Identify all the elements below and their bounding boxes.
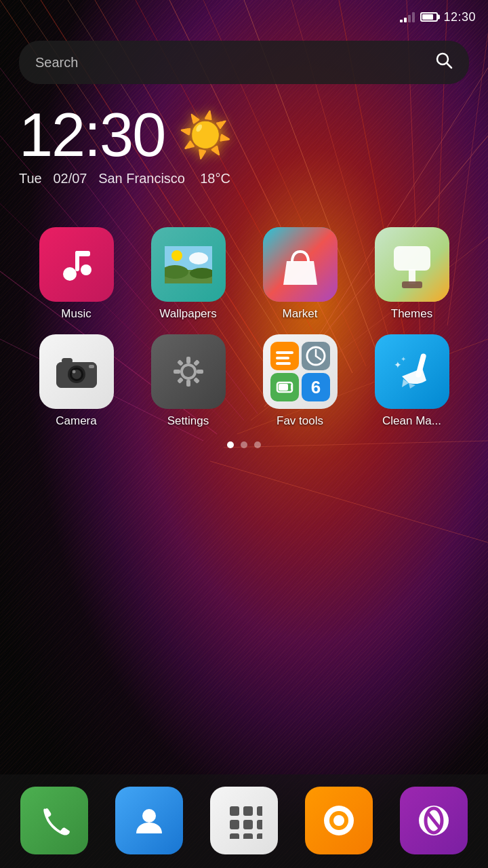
weather-info: Tue 02/07 San Francisco 18°C <box>19 171 469 186</box>
svg-rect-43 <box>402 281 422 288</box>
app-item-market[interactable]: Market <box>253 227 348 321</box>
search-bar[interactable]: Search <box>19 41 469 84</box>
page-dot-1[interactable] <box>227 441 234 448</box>
dock-opera-icon <box>400 787 468 854</box>
svg-rect-50 <box>62 358 73 363</box>
svg-rect-31 <box>75 251 90 256</box>
dock <box>0 774 488 868</box>
weather-day: Tue <box>19 171 42 186</box>
favtools-label: Fav tools <box>277 414 323 428</box>
wallpapers-label: Wallpapers <box>159 307 216 321</box>
favtools-icon: 6 <box>263 334 338 409</box>
search-icon[interactable] <box>435 52 453 73</box>
dock-item-messaging[interactable] <box>305 787 373 854</box>
app-item-camera[interactable]: Camera <box>29 334 124 428</box>
svg-rect-59 <box>193 377 200 384</box>
status-bar: 12:30 <box>0 0 488 34</box>
svg-rect-71 <box>291 384 293 390</box>
wallpapers-icon <box>151 227 226 302</box>
svg-rect-70 <box>279 384 288 391</box>
svg-rect-56 <box>177 359 184 366</box>
battery-icon <box>420 12 438 22</box>
svg-rect-81 <box>230 820 239 829</box>
svg-point-49 <box>72 370 75 374</box>
svg-point-77 <box>142 809 156 823</box>
app-item-music[interactable]: Music <box>29 227 124 321</box>
cleanmaster-label: Clean Ma... <box>382 414 441 428</box>
svg-line-27 <box>447 63 451 68</box>
status-time: 12:30 <box>443 10 476 24</box>
clock-time: 12:30 <box>19 104 165 165</box>
page-dot-2[interactable] <box>241 441 247 448</box>
svg-rect-55 <box>197 370 203 374</box>
svg-point-29 <box>81 264 92 275</box>
weather-city: San Francisco <box>98 171 185 186</box>
svg-point-89 <box>333 815 344 826</box>
camera-label: Camera <box>56 414 96 428</box>
svg-text:6: 6 <box>310 377 320 397</box>
svg-rect-83 <box>257 820 262 829</box>
themes-icon <box>375 227 449 302</box>
app-row-1: Music Wallpape <box>20 227 468 321</box>
signal-icon <box>400 12 415 22</box>
music-icon <box>39 227 114 302</box>
weather-sun-icon: ☀️ <box>178 113 231 157</box>
dock-item-contacts[interactable] <box>115 787 183 854</box>
cleanmaster-icon: ✦ ✦ <box>375 334 449 409</box>
dock-item-opera[interactable] <box>400 787 468 854</box>
app-item-favtools[interactable]: 6 Fav tools <box>253 334 348 428</box>
svg-rect-54 <box>174 370 180 374</box>
svg-rect-58 <box>177 377 184 384</box>
svg-text:✦: ✦ <box>401 355 406 363</box>
page-dot-3[interactable] <box>254 441 261 448</box>
settings-icon <box>151 334 226 409</box>
music-label: Music <box>61 307 91 321</box>
svg-rect-41 <box>394 246 430 271</box>
svg-rect-80 <box>257 806 262 816</box>
status-icons: 12:30 <box>400 10 476 24</box>
svg-rect-79 <box>243 806 253 816</box>
svg-rect-62 <box>276 357 289 359</box>
weather-date: 02/07 <box>53 171 87 186</box>
dock-item-apps[interactable] <box>210 787 278 854</box>
clock-display: 12:30 ☀️ <box>19 104 469 165</box>
app-grid: Music Wallpape <box>0 227 488 428</box>
svg-point-36 <box>171 250 182 261</box>
svg-rect-57 <box>193 359 200 366</box>
svg-rect-53 <box>186 380 190 387</box>
dock-apps-icon <box>210 787 278 854</box>
app-row-2: Camera Setting <box>20 334 468 428</box>
dock-messaging-icon <box>305 787 373 854</box>
svg-rect-86 <box>257 833 262 839</box>
camera-icon <box>39 334 114 409</box>
svg-rect-85 <box>243 833 253 839</box>
svg-point-28 <box>63 267 77 281</box>
weather-widget: 12:30 ☀️ Tue 02/07 San Francisco 18°C <box>19 104 469 186</box>
search-placeholder: Search <box>35 55 78 71</box>
dock-contacts-icon <box>115 787 183 854</box>
settings-label: Settings <box>167 414 209 428</box>
app-item-themes[interactable]: Themes <box>365 227 460 321</box>
svg-rect-52 <box>186 357 190 363</box>
svg-rect-61 <box>276 351 293 354</box>
market-icon <box>263 227 338 302</box>
svg-rect-60 <box>270 342 299 370</box>
svg-rect-51 <box>89 365 94 368</box>
svg-point-35 <box>189 252 208 264</box>
svg-rect-84 <box>230 833 239 839</box>
market-label: Market <box>283 307 318 321</box>
dock-item-phone[interactable] <box>20 787 88 854</box>
weather-temp: 18°C <box>200 171 230 186</box>
page-indicators <box>0 441 488 448</box>
app-item-settings[interactable]: Settings <box>141 334 236 428</box>
app-item-cleanmaster[interactable]: ✦ ✦ Clean Ma... <box>365 334 460 428</box>
themes-label: Themes <box>391 307 432 321</box>
svg-rect-78 <box>230 806 239 816</box>
svg-rect-82 <box>243 820 253 829</box>
svg-rect-63 <box>276 362 291 365</box>
app-item-wallpapers[interactable]: Wallpapers <box>141 227 236 321</box>
dock-phone-icon <box>20 787 88 854</box>
